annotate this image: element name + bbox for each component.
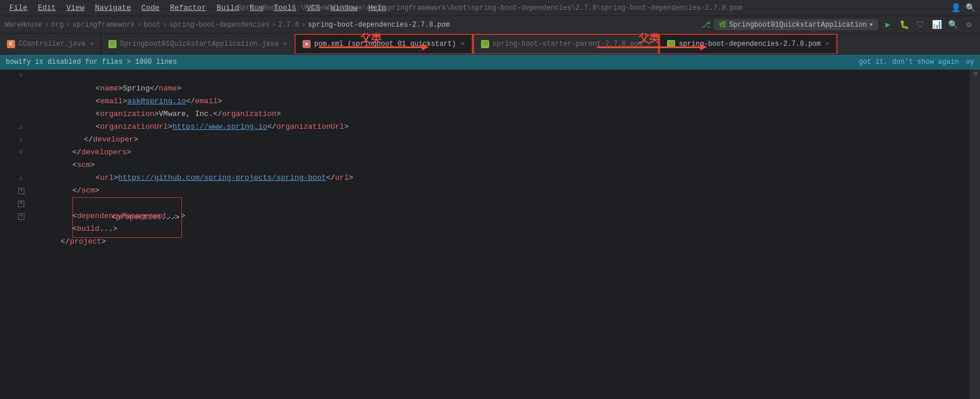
gutter-line-8 <box>0 159 24 172</box>
right-stub-letter: m <box>972 72 978 75</box>
code-line-scm: <scm> <box>34 146 970 159</box>
gutter-line-11: + <box>0 197 24 210</box>
menu-edit[interactable]: Edit <box>33 2 60 13</box>
tab-pom-main[interactable]: m pom.xml (springboot_01_quickstart) × <box>294 34 472 55</box>
tab-label-pom-main: pom.xml (springboot_01_quickstart) <box>314 40 456 48</box>
tabs-section: C CController.java × 🌿 Springboot01Quick… <box>0 34 980 55</box>
tab-close-pom-deps[interactable]: × <box>825 41 829 48</box>
gutter-line-7: ▽ <box>0 146 24 159</box>
fold-icon-7[interactable]: ▽ <box>17 149 24 156</box>
tab-label-controller: CController.java <box>19 40 85 48</box>
breadcrumb-bar: WareHouse › org › springframework › boot… <box>0 16 980 34</box>
code-line-devs-close: </developers> <box>34 133 970 146</box>
fold-icon-12[interactable]: + <box>18 213 24 220</box>
tabs-bar: C CController.java × 🌿 Springboot01Quick… <box>0 34 980 55</box>
gutter-line-4 <box>0 108 24 121</box>
tab-application[interactable]: 🌿 Springboot01QuickstartApplication.java… <box>101 34 294 55</box>
gutter-line-9: △ <box>0 172 24 184</box>
search-everywhere-button[interactable]: 🔍 <box>946 19 959 31</box>
menu-navigate[interactable]: Navigate <box>90 2 136 13</box>
user-icon[interactable]: 👤 <box>951 3 961 13</box>
run-config-spring-icon: 🌿 <box>719 21 727 28</box>
editor-area: ▽ △ △ ▽ △ + + + <name>Spring</n <box>0 70 980 399</box>
git-icon[interactable]: ⎇ <box>701 20 711 30</box>
gutter-line-12: + <box>0 210 24 223</box>
tab-close-pom-parent[interactable]: × <box>647 41 651 48</box>
tab-pom-parent[interactable]: 🌿 spring-boot-starter-parent-2.7.8.pom × <box>473 34 660 55</box>
gutter-line-6: △ <box>0 133 24 146</box>
settings-button[interactable]: ⚙ <box>963 19 975 31</box>
tab-icon-pom-main: m <box>303 40 311 48</box>
fold-icon-5[interactable]: △ <box>17 124 24 130</box>
menu-view[interactable]: View <box>61 2 89 13</box>
code-line-properties: <properties...> <box>34 184 970 197</box>
fold-icon-10[interactable]: + <box>18 188 24 194</box>
tab-controller[interactable]: C CController.java × <box>0 34 101 55</box>
tab-label-pom-deps: spring-boot-dependencies-2.7.8.pom <box>679 40 821 48</box>
code-line-url: <url>https://github.com/spring-projects/… <box>34 159 970 172</box>
menu-file[interactable]: File <box>5 2 32 13</box>
tab-icon-spring3: 🌿 <box>667 40 675 48</box>
tab-label-pom-parent: spring-boot-starter-parent-2.7.8.pom <box>493 40 643 48</box>
gutter-line-3 <box>0 95 24 108</box>
gutter-line-13 <box>0 223 24 235</box>
breadcrumb-right-actions: ⎇ 🌿 Springboot01QuickstartApplication ▾ … <box>701 19 975 31</box>
code-editor[interactable]: <name>Spring</name> <email>ask@spring.io… <box>29 70 970 399</box>
tab-icon-spring2: 🌿 <box>481 40 489 48</box>
run-button[interactable]: ▶ <box>881 19 894 31</box>
gutter-line-10: + <box>0 184 24 197</box>
fold-icon-9[interactable]: △ <box>17 175 24 182</box>
menu-refactor[interactable]: Refactor <box>165 2 210 13</box>
profile-button[interactable]: 📊 <box>930 19 943 31</box>
window-title: SpringBoot - F:\MavenWareHouse\org\sprin… <box>238 4 742 12</box>
notification-link-gotit[interactable]: got it, don't show again <box>859 58 959 66</box>
fold-icon-11[interactable]: + <box>18 201 24 207</box>
menu-code[interactable]: Code <box>137 2 164 13</box>
run-config-selector[interactable]: 🌿 Springboot01QuickstartApplication ▾ <box>714 19 878 30</box>
debug-button[interactable]: 🐛 <box>898 19 910 31</box>
menu-bar-right: 👤 🔍 <box>951 3 975 13</box>
gutter-line-5: △ <box>0 121 24 133</box>
breadcrumb-warehouse[interactable]: WareHouse <box>5 21 42 29</box>
search-icon[interactable]: 🔍 <box>966 3 975 13</box>
breadcrumb-version[interactable]: 2.7.8 <box>278 21 299 29</box>
gutter-line-1: ▽ <box>0 70 24 82</box>
notification-bar: bowify is disabled for files > 1000 line… <box>0 55 980 70</box>
run-config-label: Springboot01QuickstartApplication <box>729 21 867 29</box>
line-gutter: ▽ △ △ ▽ △ + + + <box>0 70 29 399</box>
coverage-button[interactable]: 🛡 <box>914 19 927 31</box>
tab-label-application: Springboot01QuickstartApplication.java <box>120 40 279 48</box>
gutter-line-2 <box>0 82 24 95</box>
breadcrumb-spring-boot-deps[interactable]: spring-boot-dependencies <box>169 21 269 29</box>
breadcrumb-pom-file[interactable]: spring-boot-dependencies-2.7.8.pom <box>308 21 450 29</box>
notification-link-oy[interactable]: oy <box>966 58 974 66</box>
tab-pom-deps[interactable]: 🌿 spring-boot-dependencies-2.7.8.pom × <box>659 34 837 55</box>
breadcrumb-springframework[interactable]: springframework <box>72 21 135 29</box>
notification-links: got it, don't show again oy <box>859 58 974 66</box>
tab-close-pom-main[interactable]: × <box>461 41 465 48</box>
tab-icon-java: C <box>7 40 15 48</box>
tab-close-application[interactable]: × <box>283 41 287 48</box>
breadcrumb-boot[interactable]: boot <box>144 21 161 29</box>
menu-bar: File Edit View Navigate Code Refactor Bu… <box>0 0 980 16</box>
fold-icon-1[interactable]: ▽ <box>17 72 24 79</box>
tab-close-controller[interactable]: × <box>90 41 94 48</box>
code-line-name: <name>Spring</name> <box>34 70 970 82</box>
breadcrumb-org[interactable]: org <box>51 21 64 29</box>
tab-icon-spring1: 🌿 <box>108 40 116 48</box>
run-config-dropdown-icon: ▾ <box>869 20 873 29</box>
notification-text: bowify is disabled for files > 1000 line… <box>6 58 177 66</box>
fold-icon-6[interactable]: △ <box>17 136 24 143</box>
right-sidebar-stub: m <box>970 70 980 399</box>
